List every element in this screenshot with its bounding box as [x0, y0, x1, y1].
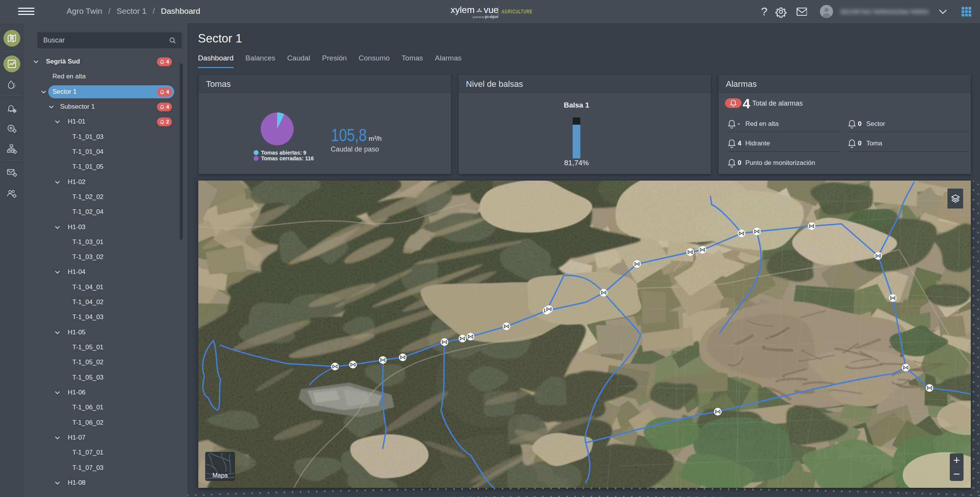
svg-text:Caudal de paso: Caudal de paso [331, 145, 379, 153]
svg-text:0: 0 [858, 120, 861, 127]
svg-text:81,74%: 81,74% [564, 159, 589, 167]
svg-text:?: ? [761, 5, 768, 18]
svg-text:4: 4 [738, 140, 742, 147]
svg-text:Punto de monitorización: Punto de monitorización [745, 159, 815, 166]
svg-text:Balsa 1: Balsa 1 [564, 101, 590, 109]
svg-text:105,8: 105,8 [331, 125, 367, 145]
svg-text:Sector: Sector [866, 120, 885, 127]
svg-text:Red en alta: Red en alta [745, 120, 779, 127]
svg-text:4: 4 [743, 96, 750, 111]
svg-text:Tomas cerradas: 116: Tomas cerradas: 116 [261, 155, 314, 161]
svg-text:0: 0 [738, 159, 741, 166]
svg-text:Total de alarmas: Total de alarmas [752, 99, 803, 107]
svg-text:Tomas abiertas: 9: Tomas abiertas: 9 [261, 150, 306, 156]
svg-text:Hidrante: Hidrante [745, 140, 770, 147]
svg-text:m³/h: m³/h [369, 135, 382, 142]
svg-text:0: 0 [858, 140, 861, 147]
svg-text:Toma: Toma [866, 140, 882, 147]
svg-text:-: - [738, 120, 740, 127]
